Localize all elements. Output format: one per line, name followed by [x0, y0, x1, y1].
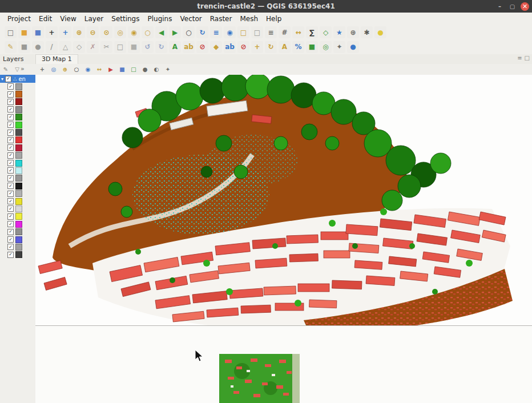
highlight-labels-icon[interactable]: ab [224, 41, 236, 53]
plugin-wrench-icon[interactable]: ✦ [333, 41, 345, 53]
menu-edit[interactable]: Edit [35, 14, 56, 24]
layer-class-row[interactable]: ✓ [0, 106, 35, 113]
layer-class-row[interactable]: ✓ [0, 114, 35, 121]
play-animation-icon[interactable]: ▶ [106, 65, 115, 74]
zoom-next-icon[interactable]: ▶ [169, 26, 181, 38]
layer-labeling-icon[interactable]: ab [183, 41, 195, 53]
layer-class-row[interactable]: ✓ [0, 213, 35, 220]
layer-class-row[interactable]: ✓ [0, 243, 35, 251]
zoom-in-icon[interactable]: ⊕ [73, 26, 85, 38]
layer-checkbox[interactable]: ✓ [5, 76, 11, 82]
panel-detach-icon[interactable]: □ [525, 55, 530, 61]
metasearch-icon[interactable]: ● [347, 41, 359, 53]
zoom-last-icon[interactable]: ◀ [155, 26, 167, 38]
class-checkbox[interactable]: ✓ [7, 183, 14, 189]
open-project-icon[interactable]: ■ [18, 26, 30, 38]
shadow-icon[interactable]: ◐ [152, 65, 161, 74]
class-checkbox[interactable]: ✓ [7, 221, 14, 227]
menu-layer[interactable]: Layer [80, 14, 107, 24]
layer-class-row[interactable]: ✓ [0, 190, 35, 197]
class-checkbox[interactable]: ✓ [7, 137, 14, 143]
class-checkbox[interactable]: ✓ [7, 205, 14, 212]
new-bookmark-icon[interactable]: ★ [333, 26, 345, 38]
rotate-label-icon[interactable]: ↻ [265, 41, 277, 53]
layer-class-row[interactable]: ✓ [0, 98, 35, 106]
class-checkbox[interactable]: ✓ [7, 213, 14, 220]
menu-view[interactable]: View [56, 14, 80, 24]
class-checkbox[interactable]: ✓ [7, 83, 14, 90]
class-checkbox[interactable]: ✓ [7, 106, 14, 112]
zoom-to-selection-icon[interactable]: ◉ [128, 26, 140, 38]
class-checkbox[interactable]: ✓ [7, 160, 14, 166]
menu-help[interactable]: Help [262, 14, 285, 24]
vertex-tool-icon[interactable]: ◇ [73, 41, 85, 53]
digitize-point-icon[interactable]: ● [32, 41, 44, 53]
zoom-full-icon[interactable]: ◎ [114, 26, 126, 38]
class-checkbox[interactable]: ✓ [7, 198, 14, 204]
tab-3d-map-1[interactable]: 3D Map 1 [35, 54, 78, 65]
layer-label[interactable]: en [18, 76, 26, 82]
open-attribute-table-icon[interactable]: ≡ [265, 26, 277, 38]
identify-3d-icon[interactable]: ◉ [83, 65, 92, 74]
layer-class-row[interactable]: ✓ [0, 83, 35, 90]
cut-features-icon[interactable]: ✂ [100, 41, 112, 53]
layer-class-row[interactable]: ✓ [0, 144, 35, 151]
menu-mesh[interactable]: Mesh [236, 14, 262, 24]
pan-to-selection-icon[interactable]: + [59, 26, 71, 38]
zoom-native-icon[interactable]: ⊙ [100, 26, 112, 38]
save-scene-icon[interactable]: ■ [118, 65, 127, 74]
menu-raster[interactable]: Raster [206, 14, 236, 24]
layer-class-row[interactable]: ✓ [0, 251, 35, 259]
copy-features-icon[interactable]: □ [114, 41, 126, 53]
export-scene-icon[interactable]: □ [129, 65, 138, 74]
data-source-manager-icon[interactable]: ≡ [210, 26, 222, 38]
class-checkbox[interactable]: ✓ [7, 191, 14, 197]
save-edits-icon[interactable]: ■ [18, 41, 30, 53]
menu-plugins[interactable]: Plugins [143, 14, 176, 24]
layer-class-row[interactable]: ✓ [0, 136, 35, 144]
refresh-map-icon[interactable]: ↻ [196, 26, 208, 38]
georeferencer-icon[interactable]: ◎ [320, 41, 332, 53]
menu-vector[interactable]: Vector [176, 14, 205, 24]
layer-class-row[interactable]: ✓ [0, 205, 35, 212]
layer-class-row[interactable]: ✓ [0, 152, 35, 159]
delete-selected-icon[interactable]: ✗ [87, 41, 99, 53]
map3d-canvas[interactable] [35, 75, 532, 325]
class-checkbox[interactable]: ✓ [7, 99, 14, 105]
processing-toolbox-icon[interactable]: ✱ [361, 26, 373, 38]
class-checkbox[interactable]: ✓ [7, 144, 14, 151]
layer-class-row[interactable]: ✓ [0, 236, 35, 243]
zoom-magnifier-icon[interactable]: ⊕ [347, 26, 359, 38]
identify-features-icon[interactable]: ◉ [224, 26, 236, 38]
close-button[interactable]: ✕ [521, 2, 529, 11]
measure-line-icon[interactable]: ↔ [292, 26, 304, 38]
class-checkbox[interactable]: ✓ [7, 122, 14, 128]
zoom-to-layer-icon[interactable]: ○ [142, 26, 154, 38]
layer-class-row[interactable]: ✓ [0, 182, 35, 190]
new-project-icon[interactable]: □ [5, 26, 17, 38]
temporal-controller-icon[interactable]: ○ [183, 26, 195, 38]
save-project-icon[interactable]: ■ [32, 26, 44, 38]
zoom-3d-icon[interactable]: ⊕ [61, 65, 70, 74]
layer-class-row[interactable]: ✓ [0, 167, 35, 174]
map-tips-icon[interactable]: ◇ [320, 26, 332, 38]
hint-bulb-icon[interactable]: ● [374, 26, 386, 38]
layer-class-row[interactable]: ✓ [0, 198, 35, 205]
class-checkbox[interactable]: ✓ [7, 244, 14, 250]
layer-class-row[interactable]: ✓ [0, 228, 35, 235]
diagram-options-icon[interactable]: % [292, 41, 304, 53]
label-rules-off-icon[interactable]: ⊘ [237, 41, 249, 53]
map2d-canvas[interactable] [35, 325, 532, 403]
layer-class-row[interactable]: ✓ [0, 121, 35, 128]
camera-icon[interactable]: ● [140, 65, 150, 74]
class-checkbox[interactable]: ✓ [7, 175, 14, 182]
statistical-summary-icon[interactable]: ∑ [306, 26, 318, 38]
panel-stack-icon[interactable]: ≡ [517, 55, 522, 61]
class-checkbox[interactable]: ✓ [7, 167, 14, 174]
class-checkbox[interactable]: ✓ [7, 229, 14, 235]
measure-3d-icon[interactable]: ↔ [95, 65, 104, 74]
class-checkbox[interactable]: ✓ [7, 152, 14, 159]
undo-icon[interactable]: ↺ [142, 41, 154, 53]
minimize-button[interactable]: – [495, 2, 504, 11]
maximize-button[interactable]: ▢ [508, 2, 517, 11]
